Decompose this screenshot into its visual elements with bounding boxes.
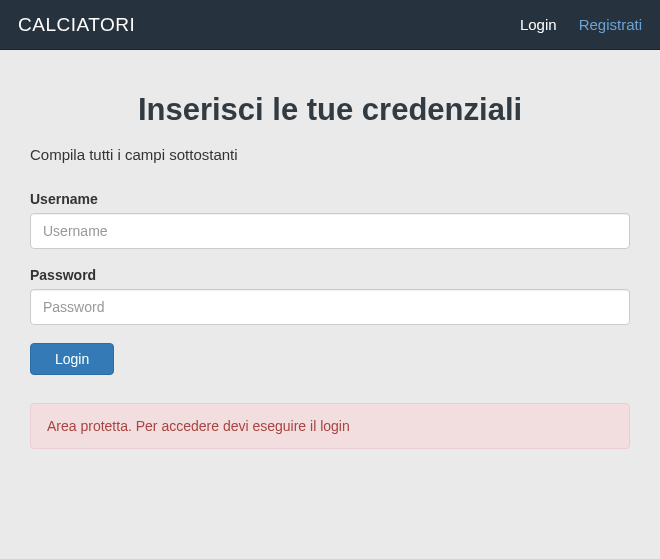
page-subtitle: Compila tutti i campi sottostanti bbox=[30, 146, 630, 163]
nav-right: Login Registrati bbox=[520, 16, 642, 33]
main-container: Inserisci le tue credenziali Compila tut… bbox=[0, 92, 660, 449]
navbar: CALCIATORI Login Registrati bbox=[0, 0, 660, 50]
password-label: Password bbox=[30, 267, 630, 283]
nav-register-link[interactable]: Registrati bbox=[579, 16, 642, 33]
password-group: Password bbox=[30, 267, 630, 325]
login-button[interactable]: Login bbox=[30, 343, 114, 375]
alert-error: Area protetta. Per accedere devi eseguir… bbox=[30, 403, 630, 449]
password-input[interactable] bbox=[30, 289, 630, 325]
login-form: Username Password Login bbox=[30, 191, 630, 375]
username-input[interactable] bbox=[30, 213, 630, 249]
nav-login-link[interactable]: Login bbox=[520, 16, 557, 33]
brand-logo[interactable]: CALCIATORI bbox=[18, 14, 135, 36]
username-group: Username bbox=[30, 191, 630, 249]
page-title: Inserisci le tue credenziali bbox=[30, 92, 630, 128]
username-label: Username bbox=[30, 191, 630, 207]
